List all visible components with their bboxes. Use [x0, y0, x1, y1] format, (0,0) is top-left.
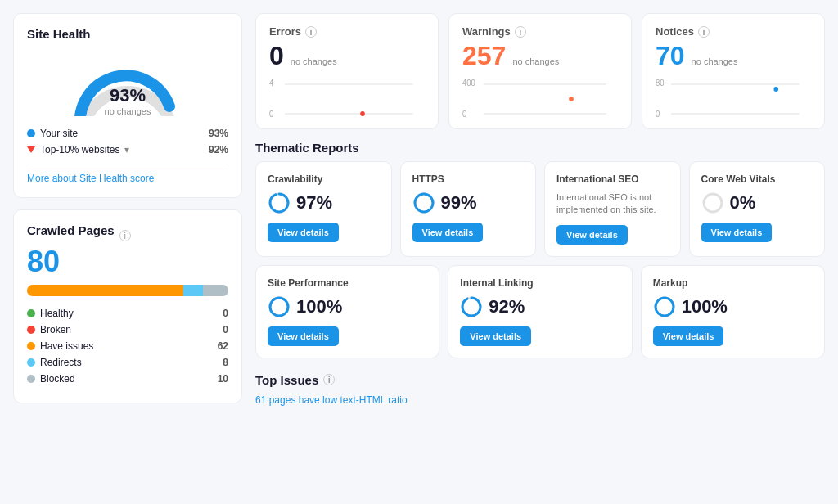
report-international-seo-title: International SEO: [556, 173, 669, 185]
gauge-percent: 93%: [70, 85, 185, 106]
svg-text:0: 0: [656, 110, 660, 119]
report-core-web-vitals: Core Web Vitals 0% View details: [689, 161, 826, 257]
more-link[interactable]: More about Site Health score: [27, 173, 228, 184]
report-crawlability: Crawlability 97% View details: [255, 161, 392, 257]
your-site-label: Your site: [40, 128, 78, 139]
blocked-label: Blocked: [40, 373, 75, 385]
crawled-pages-title-row: Crawled Pages i: [27, 223, 228, 247]
warnings-title: Warnings i: [462, 25, 618, 38]
svg-point-24: [462, 298, 480, 316]
markup-view-btn[interactable]: View details: [653, 326, 724, 346]
reports-grid-bottom: Site Performance 100% View details Inter…: [255, 265, 825, 358]
redirects-dot: [27, 358, 35, 367]
report-https: HTTPS 99% View details: [400, 161, 537, 257]
site-health-card: Site Health 93% no changes: [13, 13, 242, 198]
crawled-pages-title: Crawled Pages: [27, 223, 115, 237]
top10-label: Top-10% websites: [40, 144, 119, 155]
redirects-count: 8: [223, 357, 228, 368]
warnings-sparkline: 400 0: [462, 78, 618, 120]
notices-change: no changes: [692, 56, 738, 66]
errors-card: Errors i 0 no changes 4 0: [255, 13, 439, 129]
markup-percent: 100%: [682, 296, 728, 317]
redirects-label: Redirects: [40, 357, 82, 368]
issues-label: Have issues: [40, 340, 93, 352]
report-international-seo-na: International SEO is not implemented on …: [556, 191, 669, 217]
svg-text:0: 0: [462, 110, 467, 119]
broken-dot: [27, 326, 35, 334]
https-progress-circle: [412, 191, 435, 214]
errors-info-icon[interactable]: i: [305, 26, 317, 38]
report-site-performance: Site Performance 100% View details: [255, 265, 439, 358]
gauge-sub: no changes: [70, 106, 185, 116]
report-international-seo: International SEO International SEO is n…: [544, 161, 681, 257]
report-crawlability-title: Crawlability: [268, 173, 380, 185]
https-view-btn[interactable]: View details: [412, 223, 484, 242]
site-perf-progress-circle: [268, 295, 291, 318]
svg-point-17: [270, 194, 288, 212]
errors-value: 0: [269, 41, 284, 71]
crawlability-view-btn[interactable]: View details: [268, 223, 339, 242]
cwv-view-btn[interactable]: View details: [701, 223, 773, 242]
international-seo-view-btn[interactable]: View details: [556, 225, 628, 245]
internal-linking-view-btn[interactable]: View details: [460, 326, 531, 346]
report-internal-linking: Internal Linking 92% View details: [448, 265, 632, 358]
broken-row: Broken 0: [27, 324, 228, 335]
site-health-legend: Your site 93% Top-10% websites ▾ 92% Mor…: [27, 128, 228, 184]
bar-blocked: [203, 285, 228, 296]
gauge-text: 93% no changes: [70, 85, 185, 116]
top10-dropdown-icon[interactable]: ▾: [124, 144, 129, 155]
crawled-pages-bar: [27, 285, 228, 296]
report-https-title: HTTPS: [412, 173, 525, 185]
top-issues-info-icon[interactable]: i: [323, 374, 335, 385]
healthy-label: Healthy: [40, 308, 74, 319]
blocked-dot: [27, 375, 35, 383]
top-panels: Errors i 0 no changes 4 0: [255, 13, 825, 129]
healthy-row: Healthy 0: [27, 308, 228, 319]
issues-row: Have issues 62: [27, 340, 228, 352]
crawled-pages-count: 80: [27, 247, 228, 277]
cwv-progress-circle: [701, 191, 724, 214]
your-site-dot: [27, 129, 35, 137]
notices-title: Notices i: [656, 25, 811, 38]
warnings-card: Warnings i 257 no changes 400 0: [448, 13, 632, 129]
warnings-change: no changes: [512, 56, 559, 66]
warnings-info-icon[interactable]: i: [515, 26, 526, 38]
errors-change: no changes: [291, 56, 337, 66]
issues-dot: [27, 342, 35, 350]
report-markup: Markup 100% View details: [641, 265, 825, 358]
broken-label: Broken: [40, 324, 71, 335]
svg-text:400: 400: [462, 79, 475, 88]
internal-linking-progress-circle: [460, 295, 483, 318]
svg-point-10: [569, 97, 574, 101]
reports-grid-top: Crawlability 97% View details HTTPS: [255, 161, 825, 257]
redirects-row: Redirects 8: [27, 357, 228, 368]
site-health-title: Site Health: [27, 27, 228, 41]
cwv-percent: 0%: [730, 192, 756, 214]
svg-text:80: 80: [656, 79, 665, 88]
bar-issues: [27, 285, 183, 296]
svg-text:0: 0: [269, 110, 274, 119]
svg-point-22: [270, 298, 288, 316]
svg-point-5: [360, 111, 365, 116]
top10-value: 92%: [209, 144, 228, 155]
top10-icon: [27, 146, 35, 153]
crawled-pages-card: Crawled Pages i 80 Healthy 0 Broken: [13, 209, 242, 403]
notices-value: 70: [656, 41, 685, 71]
crawlability-progress-circle: [268, 191, 291, 214]
gauge-container: 93% no changes: [27, 51, 228, 116]
report-core-web-vitals-title: Core Web Vitals: [701, 173, 813, 185]
issue-link-1[interactable]: 61 pages have low text-HTML ratio: [255, 394, 408, 406]
thematic-reports-section: Thematic Reports Crawlability 97% View d…: [255, 141, 825, 358]
report-markup-title: Markup: [653, 277, 813, 289]
notices-card: Notices i 70 no changes 80 0: [642, 13, 825, 129]
legend-divider: [27, 164, 228, 164]
site-perf-percent: 100%: [296, 296, 342, 317]
gauge-chart: 93% no changes: [70, 51, 185, 116]
svg-point-15: [773, 87, 778, 92]
svg-point-26: [656, 298, 674, 316]
site-perf-view-btn[interactable]: View details: [268, 326, 339, 346]
notices-info-icon[interactable]: i: [698, 26, 710, 38]
crawled-pages-info-icon[interactable]: i: [119, 230, 131, 241]
bar-redirects: [183, 285, 204, 296]
blocked-count: 10: [218, 373, 228, 385]
